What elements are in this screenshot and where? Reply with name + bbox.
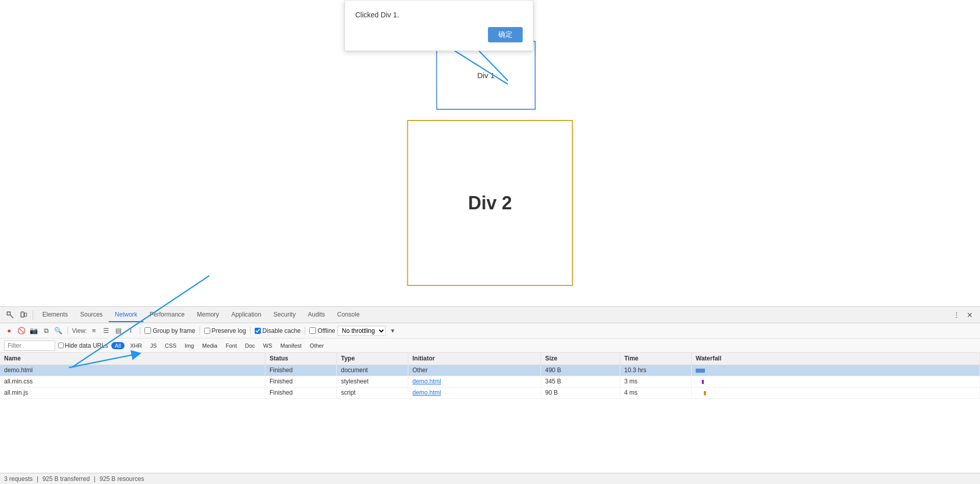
row-2-type: script [337,388,408,398]
row-0-waterfall [692,365,980,376]
filter-type-font[interactable]: Font [223,342,239,349]
clear-button[interactable]: 🚫 [16,326,27,336]
view-list-button[interactable]: ≡ [89,326,99,336]
header-status[interactable]: Status [265,353,337,365]
row-0-status: Finished [265,365,337,376]
row-1-size: 345 B [541,376,620,387]
throttle-dropdown-button[interactable]: ▾ [388,326,398,336]
resources-size: 925 B resources [100,475,144,482]
disable-cache-checkbox[interactable] [255,328,261,334]
network-row-2[interactable]: all.min.js Finished script demo.html 90 … [0,388,980,399]
filter-type-doc[interactable]: Doc [242,342,258,349]
filter-type-media[interactable]: Media [200,342,220,349]
search-button[interactable]: 🔍 [53,326,63,336]
tab-memory[interactable]: Memory [191,308,225,322]
tab-application[interactable]: Application [225,308,267,322]
tab-sources[interactable]: Sources [74,308,109,322]
alert-confirm-button[interactable]: 确定 [488,27,523,42]
tab-elements[interactable]: Elements [36,308,74,322]
tab-console[interactable]: Console [331,308,366,322]
view-label: View: [72,327,87,334]
offline-checkbox[interactable] [309,327,316,334]
row-1-status: Finished [265,376,337,387]
preserve-log-checkbox[interactable] [204,328,210,334]
filter-type-manifest[interactable]: Manifest [278,342,304,349]
hide-data-urls-checkbox[interactable] [58,343,64,348]
waterfall-bar-container-0 [696,367,975,374]
header-size[interactable]: Size [541,353,620,365]
filter-type-ws[interactable]: WS [261,342,275,349]
filter-type-css[interactable]: CSS [162,342,179,349]
filter-type-all[interactable]: All [111,342,125,349]
filter-toggle-button[interactable]: ⧉ [41,326,51,336]
row-1-type: stylesheet [337,376,408,387]
filter-type-other[interactable]: Other [307,342,327,349]
preserve-log-text: Preserve log [212,327,246,334]
header-type[interactable]: Type [337,353,408,365]
alert-footer: 确定 [355,27,523,42]
filter-type-img[interactable]: Img [182,342,197,349]
waterfall-bar-container-2 [696,389,975,397]
row-2-name: all.min.js [0,388,265,398]
close-devtools-button[interactable]: ✕ [964,309,976,321]
svg-rect-9 [21,312,24,317]
tab-performance[interactable]: Performance [143,308,191,322]
div1-container: Div 1 [436,41,536,110]
filter-type-js[interactable]: JS [148,342,159,349]
nt-separator-3 [200,327,200,335]
network-row-1[interactable]: all.min.css Finished stylesheet demo.htm… [0,376,980,388]
header-initiator[interactable]: Initiator [408,353,541,365]
network-table-header: Name Status Type Initiator Size Time Wat… [0,353,980,365]
row-2-status: Finished [265,388,337,398]
waterfall-bar-2 [704,391,706,395]
hide-data-urls-text: Hide data URLs [65,342,108,349]
svg-rect-10 [24,313,27,317]
row-0-type: document [337,365,408,376]
div2-container: Div 2 [407,120,573,286]
network-row-0[interactable]: demo.html Finished document Other 490 B … [0,365,980,376]
header-name[interactable]: Name [0,353,265,365]
camera-button[interactable]: 📷 [29,326,39,336]
record-button[interactable]: ● [4,326,14,336]
filter-type-xhr[interactable]: XHR [128,342,144,349]
tab-audits[interactable]: Audits [302,308,331,322]
view-large-button[interactable]: ☰ [101,326,111,336]
toolbar-separator-1 [33,310,33,320]
main-content: Clicked Div 1. 确定 Div 1 Div 2 [0,0,980,306]
throttle-select[interactable]: No throttling [337,326,386,336]
tab-network[interactable]: Network [109,308,143,322]
more-tools-button[interactable]: ⋮ [950,309,963,321]
offline-text: Offline [317,327,335,334]
network-table: Name Status Type Initiator Size Time Wat… [0,353,980,473]
inspect-element-button[interactable] [4,309,16,321]
nt-separator-4 [250,327,251,335]
row-2-waterfall [692,388,980,398]
disable-cache-group: Disable cache [255,327,301,334]
group-by-frame-checkbox[interactable] [144,327,151,334]
device-toolbar-button[interactable] [17,309,30,321]
waterfall-bar-1 [702,380,704,384]
div1-box[interactable]: Div 1 [436,41,536,110]
view-waterfall-button[interactable]: ⌇ [126,326,136,336]
svg-line-8 [10,315,13,318]
nt-separator-2 [140,327,140,335]
row-2-initiator[interactable]: demo.html [408,388,541,398]
requests-count: 3 requests [4,475,33,482]
filter-input[interactable] [4,341,55,351]
header-waterfall[interactable]: Waterfall [692,353,980,365]
view-small-button[interactable]: ▤ [113,326,124,336]
alert-dialog: Clicked Div 1. 确定 [345,0,533,51]
network-options-bar: ● 🚫 📷 ⧉ 🔍 View: ≡ ☰ ▤ ⌇ Group by frame P… [0,323,980,338]
waterfall-bar-container-1 [696,378,975,385]
header-time[interactable]: Time [620,353,692,365]
alert-message: Clicked Div 1. [355,11,523,19]
status-bar: 3 requests | 925 B transferred | 925 B r… [0,473,980,484]
div2-box[interactable]: Div 2 [407,120,573,286]
row-1-initiator[interactable]: demo.html [408,376,541,387]
tab-security[interactable]: Security [267,308,302,322]
offline-group: Offline [309,327,335,334]
row-0-name: demo.html [0,365,265,376]
row-0-time: 10.3 hrs [620,365,692,376]
hide-data-urls-group: Hide data URLs [58,342,108,349]
row-0-initiator: Other [408,365,541,376]
